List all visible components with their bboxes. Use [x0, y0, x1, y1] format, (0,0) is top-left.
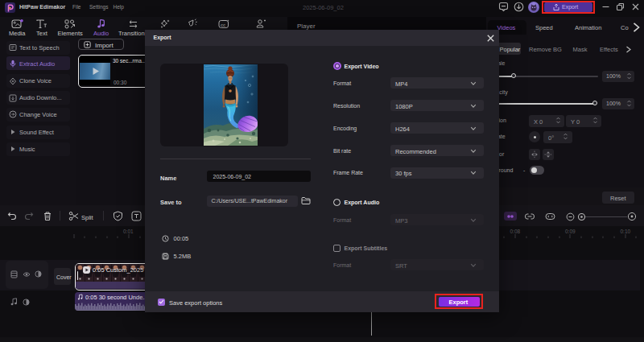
svg-text:cc: cc — [221, 23, 225, 27]
